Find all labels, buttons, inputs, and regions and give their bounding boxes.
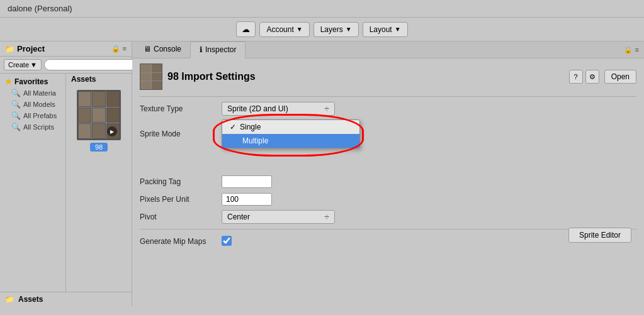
list-item[interactable]: 🔍 All Materia bbox=[0, 87, 65, 99]
project-toolbar: Create ▼ 🔍 🏷 ⭐ bbox=[0, 57, 132, 74]
layout-label: Layout bbox=[370, 25, 392, 34]
multiple-label: Multiple bbox=[242, 136, 268, 145]
asset-name-label[interactable]: 98 bbox=[90, 143, 108, 152]
multiple-no-check bbox=[230, 136, 239, 145]
thumb-cell bbox=[140, 81, 151, 89]
packing-tag-label: Packing Tag bbox=[140, 177, 222, 186]
favorites-title: ★ Favorites bbox=[0, 76, 65, 87]
import-thumbnail bbox=[140, 64, 162, 90]
project-panel-header: 📁 Project 🔒 ≡ bbox=[0, 41, 132, 57]
sprite-cell bbox=[78, 91, 91, 107]
sprite-cell bbox=[92, 123, 105, 139]
tab-lock-icons: 🔒 ≡ bbox=[624, 46, 641, 54]
all-prefabs-label: All Prefabs bbox=[23, 112, 57, 119]
help-icon-btn[interactable]: ? bbox=[569, 70, 583, 84]
dropdown-item-single[interactable]: ✓ Single bbox=[222, 120, 359, 134]
project-search-input[interactable] bbox=[44, 59, 140, 70]
play-icon[interactable]: ▶ bbox=[107, 126, 117, 136]
inspector-lock-icon: 🔒 bbox=[624, 46, 633, 54]
thumb-cell bbox=[152, 81, 162, 89]
pivot-selected: Center bbox=[227, 213, 250, 221]
dropdown-item-multiple[interactable]: Multiple bbox=[222, 134, 359, 148]
sprite-cell bbox=[92, 91, 105, 107]
inspector-menu-icon: ≡ bbox=[635, 46, 639, 53]
sprite-cell bbox=[106, 108, 120, 123]
thumb-cell bbox=[140, 64, 151, 72]
thumb-cell bbox=[152, 64, 162, 72]
prefabs-search-icon: 🔍 bbox=[11, 111, 21, 120]
generate-mip-maps-label: Generate Mip Maps bbox=[140, 237, 222, 246]
asset-thumbnail[interactable]: ▶ bbox=[77, 90, 121, 140]
sprite-cell bbox=[78, 108, 91, 123]
thumb-cell bbox=[140, 73, 151, 81]
layers-arrow: ▼ bbox=[346, 26, 352, 33]
inspector-tab-label: Inspector bbox=[205, 45, 236, 54]
settings-icon-btn[interactable]: ⚙ bbox=[585, 70, 599, 84]
assets-bottom-label: Assets bbox=[18, 295, 43, 304]
create-label: Create bbox=[8, 61, 29, 69]
console-tab-label: Console bbox=[154, 45, 181, 53]
open-button[interactable]: Open bbox=[604, 70, 636, 84]
list-item[interactable]: 🔍 All Prefabs bbox=[0, 110, 65, 121]
all-materials-label: All Materia bbox=[23, 89, 56, 97]
pivot-dropdown[interactable]: Center ÷ bbox=[222, 210, 335, 224]
console-icon: 🖥 bbox=[144, 45, 151, 53]
generate-mip-maps-checkbox[interactable] bbox=[222, 236, 232, 246]
sprite-mode-row: Sprite Mode ✓ Single Multiple bbox=[140, 119, 636, 148]
models-search-icon: 🔍 bbox=[11, 100, 21, 109]
assets-title: Assets bbox=[66, 74, 132, 85]
create-button[interactable]: Create ▼ bbox=[4, 59, 42, 70]
tree-area: ★ Favorites 🔍 All Materia 🔍 All Models 🔍… bbox=[0, 74, 132, 292]
import-title: 98 Import Settings bbox=[167, 71, 564, 82]
single-label: Single bbox=[240, 123, 261, 131]
divider-2 bbox=[140, 229, 636, 229]
texture-type-row: Texture Type Sprite (2D and UI) ÷ bbox=[140, 102, 636, 116]
sprite-mode-dropdown-container: ✓ Single Multiple bbox=[222, 119, 636, 148]
import-header: 98 Import Settings ? ⚙ Open bbox=[140, 64, 636, 90]
pivot-label: Pivot bbox=[140, 213, 222, 221]
pixels-per-unit-label: Pixels Per Unit bbox=[140, 195, 222, 204]
import-buttons: ? ⚙ bbox=[569, 70, 599, 84]
inspector-content: 98 Import Settings ? ⚙ Open Texture Type… bbox=[132, 58, 644, 306]
asset-preview: ▶ 98 bbox=[66, 85, 132, 157]
pixels-per-unit-input[interactable] bbox=[222, 193, 272, 206]
material-search-icon: 🔍 bbox=[11, 89, 21, 97]
pixels-per-unit-value bbox=[222, 193, 636, 206]
list-item[interactable]: 🔍 All Scripts bbox=[0, 121, 65, 133]
inspector-icon: ℹ bbox=[200, 45, 203, 54]
texture-type-arrow: ÷ bbox=[324, 104, 329, 114]
layout-arrow: ▼ bbox=[395, 26, 401, 33]
project-folder-icon: 📁 bbox=[5, 45, 14, 53]
top-toolbar: ☁ Account ▼ Layers ▼ Layout ▼ bbox=[0, 18, 644, 41]
bottom-folder: 📁 Assets bbox=[0, 292, 132, 306]
title-bar: dalone (Personal) bbox=[0, 0, 644, 18]
create-arrow: ▼ bbox=[30, 61, 37, 69]
sprite-editor-button[interactable]: Sprite Editor bbox=[568, 228, 631, 243]
texture-type-dropdown[interactable]: Sprite (2D and UI) ÷ bbox=[222, 102, 335, 116]
sprite-mode-label: Sprite Mode bbox=[140, 130, 222, 138]
account-label: Account bbox=[266, 25, 293, 34]
account-button[interactable]: Account ▼ bbox=[259, 22, 309, 37]
layers-button[interactable]: Layers ▼ bbox=[314, 22, 359, 37]
pivot-row: Pivot Center ÷ bbox=[140, 210, 636, 224]
right-panel: 🖥 Console ℹ Inspector 🔒 ≡ bbox=[132, 41, 644, 306]
tab-inspector[interactable]: ℹ Inspector bbox=[190, 41, 246, 58]
texture-type-selected: Sprite (2D and UI) bbox=[227, 104, 288, 113]
packing-tag-row: Packing Tag bbox=[140, 175, 636, 189]
packing-tag-input[interactable] bbox=[222, 175, 272, 188]
sprite-cell bbox=[78, 123, 91, 139]
generate-mip-maps-row: Generate Mip Maps bbox=[140, 235, 568, 248]
pivot-arrow: ÷ bbox=[324, 212, 329, 222]
star-icon: ★ bbox=[5, 77, 12, 86]
project-lock-icon: 🔒 bbox=[111, 45, 120, 53]
assets-folder-icon: 📁 bbox=[5, 295, 14, 304]
tab-bar: 🖥 Console ℹ Inspector 🔒 ≡ bbox=[132, 41, 644, 58]
tab-console[interactable]: 🖥 Console bbox=[135, 41, 190, 58]
sprite-cell bbox=[92, 108, 105, 123]
list-item[interactable]: 🔍 All Models bbox=[0, 99, 65, 110]
divider bbox=[140, 96, 636, 97]
cloud-icon: ☁ bbox=[242, 25, 250, 34]
project-panel-title: Project bbox=[17, 44, 45, 53]
cloud-button[interactable]: ☁ bbox=[236, 21, 256, 37]
layout-button[interactable]: Layout ▼ bbox=[363, 22, 408, 37]
